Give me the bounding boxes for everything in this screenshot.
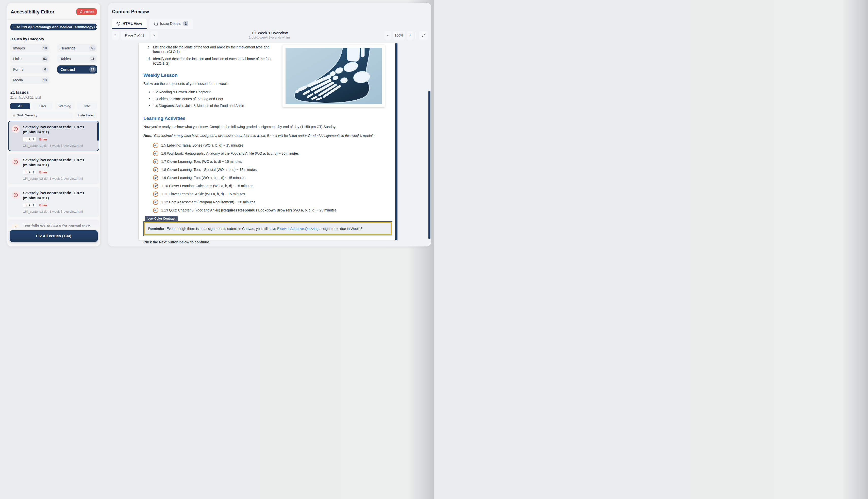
category-tables[interactable]: Tables 11 bbox=[57, 55, 97, 63]
issue-highlight-outline[interactable]: Reminder: Even though there is no assign… bbox=[143, 221, 392, 236]
category-links[interactable]: Links 63 bbox=[10, 55, 49, 63]
issue-title: Severely low contrast ratio: 1.87:1 (min… bbox=[23, 157, 96, 167]
sort-icon: ↑↓ bbox=[13, 113, 15, 117]
severity-label: Error bbox=[39, 203, 47, 207]
issue-card-week3[interactable]: Severely low contrast ratio: 1.87:1 (min… bbox=[8, 187, 99, 217]
assignment-text: 1.8 Clover Learning: Toes - Special (WO … bbox=[161, 168, 257, 172]
reset-icon bbox=[80, 10, 83, 13]
issue-body: Severely low contrast ratio: 1.87:1 (min… bbox=[23, 157, 96, 181]
category-count: 63 bbox=[41, 56, 48, 62]
previous-page-button[interactable]: ‹ bbox=[112, 31, 119, 39]
document-header: 1.1 Week 1 Overview 1-dot-1-week-1-overv… bbox=[249, 31, 290, 39]
tab-issue-details[interactable]: Issue Details 1 bbox=[149, 19, 193, 29]
filter-all[interactable]: All bbox=[10, 103, 30, 109]
alert-circle-icon bbox=[154, 22, 158, 26]
issue-path: wiki_content/3-dot-1-week-3-overview.htm… bbox=[23, 210, 96, 214]
zoom-out-button[interactable]: - bbox=[384, 31, 391, 39]
sort-button[interactable]: ↑↓ Sort: Severity bbox=[10, 112, 72, 119]
issue-card-wcag-aaa[interactable]: Text fails WCAG AAA for normal text: 4.6… bbox=[8, 220, 99, 228]
assignment-row: A⁺ 1.12 Core Assessment (Program Require… bbox=[153, 199, 382, 205]
filter-info[interactable]: Info bbox=[77, 103, 97, 109]
learning-activities-heading: Learning Activities bbox=[143, 115, 382, 121]
assignment-text: 1.11 Clover Learning: Ankle (WO a, b, d)… bbox=[161, 192, 245, 196]
list-item-text: 1.2 Reading & PowerPoint: Chapter 6 bbox=[153, 90, 211, 94]
tab-label: HTML View bbox=[122, 22, 142, 26]
category-label: Links bbox=[13, 57, 22, 61]
highlighted-issue-region: Low Color Contrast Reminder: Even though… bbox=[143, 216, 392, 236]
assignments-list: A⁺ 1.5 Labeling: Tarsal Bones (WO a, b, … bbox=[153, 143, 382, 213]
panel-title: Accessibility Editor bbox=[11, 9, 54, 15]
next-instruction: Click the Next button below to continue. bbox=[143, 240, 382, 244]
category-contrast[interactable]: Contrast 21 bbox=[57, 65, 97, 74]
page-scrollbar[interactable] bbox=[395, 43, 397, 240]
bullet-dot bbox=[149, 105, 150, 107]
learning-activities-intro: Now you're ready to show what you know. … bbox=[143, 124, 382, 129]
sort-label: Sort: Severity bbox=[17, 113, 37, 117]
issue-meta: 1.4.3 Error bbox=[23, 203, 96, 208]
objective-marker: d. bbox=[148, 57, 151, 66]
tab-html-view[interactable]: HTML View bbox=[112, 19, 147, 29]
warning-icon bbox=[12, 224, 20, 228]
wcag-badge: 1.4.3 bbox=[23, 203, 36, 208]
fix-all-issues-button[interactable]: Fix All Issues (194) bbox=[10, 230, 98, 242]
content-preview-panel: Content Preview HTML View bbox=[108, 3, 431, 246]
assignment-icon: A⁺ bbox=[153, 159, 158, 164]
category-media[interactable]: Media 13 bbox=[10, 76, 49, 84]
error-icon bbox=[12, 191, 20, 199]
page-indicator[interactable]: Page 7 of 43 bbox=[121, 31, 149, 39]
issue-card-week2[interactable]: Severely low contrast ratio: 1.87:1 (min… bbox=[8, 154, 99, 184]
assignment-row: A⁺ 1.6 Workbook: Radiographic Anatomy of… bbox=[153, 151, 382, 156]
panel-header: Accessibility Editor Reset bbox=[7, 3, 100, 20]
category-count: 18 bbox=[41, 45, 48, 51]
assignment-icon: A⁺ bbox=[153, 208, 158, 213]
fullscreen-button[interactable] bbox=[419, 31, 428, 39]
error-icon bbox=[12, 158, 20, 166]
category-headings[interactable]: Headings 68 bbox=[57, 44, 97, 52]
objective-text: Identify and describe the location and f… bbox=[153, 57, 276, 66]
hide-fixed-button[interactable]: Hide Fixed bbox=[75, 112, 97, 119]
zoom-in-button[interactable]: + bbox=[407, 31, 414, 39]
reset-label: Reset bbox=[84, 10, 94, 14]
zoom-level[interactable]: 100% bbox=[393, 31, 405, 39]
wcag-badge: 1.4.3 bbox=[23, 170, 36, 175]
assignment-text: 1.7 Clover Learning: Toes (WO a, b, d) ~… bbox=[161, 159, 242, 163]
assignment-row: A⁺ 1.5 Labeling: Tarsal Bones (WO a, b, … bbox=[153, 143, 382, 148]
wcag-badge: 1.4.3 bbox=[23, 137, 36, 142]
category-forms[interactable]: Forms 0 bbox=[10, 65, 49, 74]
elsevier-link[interactable]: Elsevier Adaptive Quizzing bbox=[277, 227, 319, 231]
next-page-button[interactable]: › bbox=[151, 31, 158, 39]
category-count: 11 bbox=[90, 56, 96, 62]
assignment-text: 1.6 Workbook: Radiographic Anatomy of th… bbox=[161, 151, 299, 156]
objectives-list: c. List and classify the joints of the f… bbox=[148, 45, 276, 66]
category-label: Headings bbox=[60, 46, 75, 50]
issue-card-week1[interactable]: Severely low contrast ratio: 1.87:1 (min… bbox=[8, 121, 99, 151]
objective-item: c. List and classify the joints of the f… bbox=[148, 45, 276, 54]
filter-error[interactable]: Error bbox=[33, 103, 52, 109]
course-selector[interactable]: LRA 219 A|P Pathology And Medical Termin… bbox=[10, 24, 97, 31]
accessibility-editor-panel: Accessibility Editor Reset LRA 219 A|P P… bbox=[7, 3, 100, 246]
content-page: c. List and classify the joints of the f… bbox=[138, 43, 398, 240]
preview-scrollbar-thumb[interactable] bbox=[428, 91, 430, 239]
category-grid: Images 18 Headings 68 Links 63 Tables 11… bbox=[10, 44, 97, 84]
reset-button[interactable]: Reset bbox=[76, 8, 97, 15]
category-count: 21 bbox=[90, 66, 96, 73]
severity-label: Error bbox=[39, 170, 47, 174]
category-images[interactable]: Images 18 bbox=[10, 44, 49, 52]
assignment-icon: A⁺ bbox=[153, 143, 158, 148]
category-label: Forms bbox=[13, 68, 23, 72]
objective-marker: c. bbox=[148, 45, 151, 54]
note-text: Your instructor may also have assigned a… bbox=[152, 134, 376, 138]
category-count: 68 bbox=[90, 45, 96, 51]
category-label: Contrast bbox=[60, 68, 75, 72]
assignment-text: 1.12 Core Assessment (Program Requiremen… bbox=[161, 200, 255, 204]
assignment-icon: A⁺ bbox=[153, 175, 158, 181]
issue-body: Severely low contrast ratio: 1.87:1 (min… bbox=[23, 191, 96, 214]
assignment-row: A⁺ 1.10 Clover Learning: Calcaneus (WO a… bbox=[153, 183, 382, 188]
eye-icon bbox=[116, 22, 121, 26]
filter-warning[interactable]: Warning bbox=[55, 103, 75, 109]
preview-toolbar: ‹ Page 7 of 43 › 1.1 Week 1 Overview 1-d… bbox=[108, 31, 431, 39]
toolbar-divider bbox=[416, 32, 416, 38]
issue-details-badge: 1 bbox=[183, 21, 188, 26]
issue-title: Severely low contrast ratio: 1.87:1 (min… bbox=[23, 124, 96, 134]
sidebar-scrollbar-thumb[interactable] bbox=[97, 122, 99, 141]
